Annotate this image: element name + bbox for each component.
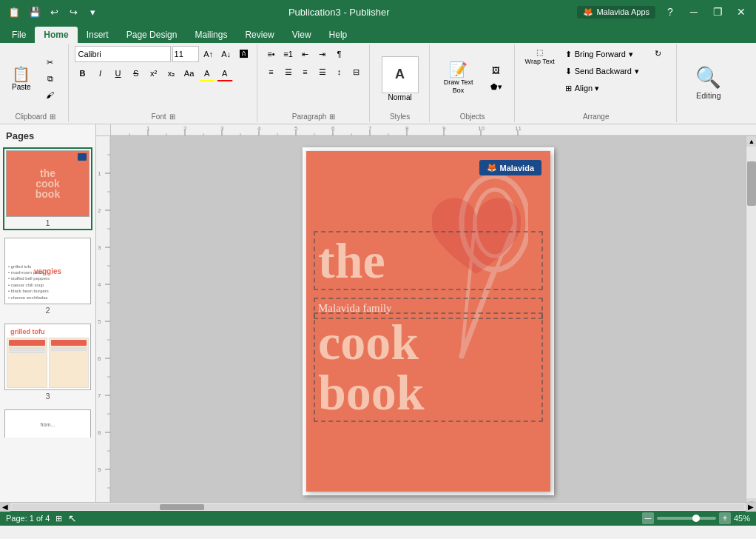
scroll-left-button[interactable]: ◀ bbox=[0, 503, 10, 512]
draw-text-box-button[interactable]: 📝 Draw Text Box bbox=[436, 56, 482, 101]
shapes-button[interactable]: ⬟▾ bbox=[483, 79, 510, 94]
font-grow-button[interactable]: A↑ bbox=[200, 46, 217, 62]
align-center-button[interactable]: ☰ bbox=[280, 64, 297, 80]
font-color-button[interactable]: A bbox=[217, 65, 233, 81]
font-name-input[interactable] bbox=[75, 46, 171, 62]
tab-file[interactable]: File bbox=[3, 27, 35, 43]
align-row: ≡ ☰ ≡ ☰ ↕ ⊟ bbox=[263, 64, 365, 80]
tab-mailings[interactable]: Mailings bbox=[186, 27, 236, 43]
styles-group: A Normal Styles bbox=[371, 44, 430, 122]
tab-home[interactable]: Home bbox=[35, 27, 77, 43]
main-layout: Pages thecookbook 1 veggies • grilled to… bbox=[0, 124, 756, 502]
save-button[interactable]: 💾 bbox=[27, 4, 43, 20]
cut-button[interactable]: ✂ bbox=[37, 55, 64, 70]
rotate-button[interactable]: ↻ bbox=[645, 46, 672, 61]
tab-help[interactable]: Help bbox=[320, 27, 357, 43]
case-button[interactable]: Aa bbox=[181, 65, 198, 81]
superscript-button[interactable]: x² bbox=[146, 65, 162, 81]
indent-more-button[interactable]: ⇥ bbox=[314, 46, 331, 62]
align-right-button[interactable]: ≡ bbox=[297, 64, 314, 80]
page-thumb-3[interactable]: grilled tofu 3 bbox=[3, 322, 92, 402]
format-painter-button[interactable]: 🖌 bbox=[37, 87, 64, 102]
title-bar: 📋 💾 ↩ ↪ ▾ Publication3 - Publisher 🦊 Mal… bbox=[0, 0, 756, 24]
line-spacing-button[interactable]: ↕ bbox=[331, 64, 348, 80]
font-shrink-button[interactable]: A↓ bbox=[218, 46, 234, 62]
copy-button[interactable]: ⧉ bbox=[37, 71, 64, 86]
help-button[interactable]: ? bbox=[661, 3, 679, 21]
the-text-box[interactable]: the bbox=[314, 231, 543, 290]
zoom-in-button[interactable]: + bbox=[719, 512, 731, 524]
page3-col2 bbox=[49, 338, 90, 388]
styles-content: A Normal bbox=[376, 46, 425, 111]
paste-button[interactable]: 📋 Paste bbox=[7, 56, 36, 101]
subscript-button[interactable]: x₂ bbox=[163, 65, 180, 81]
editing-button[interactable]: 🔍 Editing bbox=[683, 62, 735, 103]
page-thumb-1[interactable]: thecookbook 1 bbox=[3, 147, 92, 230]
show-hide-button[interactable]: ¶ bbox=[331, 46, 348, 62]
styles-preview: A bbox=[382, 56, 419, 93]
minimize-button[interactable]: ─ bbox=[685, 3, 703, 21]
scroll-track[interactable] bbox=[746, 147, 756, 498]
hscroll-thumb[interactable] bbox=[160, 504, 204, 510]
page-thumb-4[interactable]: from... bbox=[3, 408, 92, 438]
hscroll-track[interactable] bbox=[12, 504, 744, 510]
zoom-thumb[interactable] bbox=[692, 515, 700, 522]
malavida-badge: 🦊 Malavida Apps bbox=[577, 6, 655, 19]
page-thumbnail-3: grilled tofu bbox=[4, 324, 91, 390]
tab-view[interactable]: View bbox=[283, 27, 320, 43]
cook-text: cook bbox=[318, 317, 539, 367]
layout-icon[interactable]: ⊞ bbox=[55, 514, 62, 523]
bold-button[interactable]: B bbox=[75, 65, 91, 81]
redo-button[interactable]: ↪ bbox=[65, 4, 81, 20]
italic-button[interactable]: I bbox=[92, 65, 109, 81]
strikethrough-button[interactable]: S bbox=[128, 65, 144, 81]
bring-forward-button[interactable]: ⬆ Bring Forward ▾ bbox=[562, 46, 642, 62]
svg-text:8: 8 bbox=[405, 125, 409, 132]
bullets-button[interactable]: ≡• bbox=[263, 46, 280, 62]
scroll-thumb[interactable] bbox=[747, 161, 756, 206]
bring-forward-label: Bring Forward bbox=[575, 50, 626, 58]
document-page[interactable]: 🦊 Malavida the Malavida family bbox=[306, 151, 550, 492]
scroll-up-button[interactable]: ▲ bbox=[746, 136, 756, 147]
scroll-right-button[interactable]: ▶ bbox=[746, 503, 756, 512]
bring-forward-dropdown[interactable]: ▾ bbox=[629, 50, 633, 59]
zoom-out-button[interactable]: ─ bbox=[642, 512, 654, 524]
zoom-slider[interactable] bbox=[657, 517, 716, 520]
font-size-input[interactable] bbox=[172, 46, 199, 62]
maximize-button[interactable]: ❐ bbox=[709, 3, 726, 21]
send-backward-button[interactable]: ⬇ Send Backward ▾ bbox=[562, 63, 642, 79]
align-button[interactable]: ⊞ Align ▾ bbox=[562, 80, 642, 96]
page-info: Page: 1 of 4 bbox=[6, 514, 50, 523]
wrap-text-button[interactable]: ⬚ Wrap Text bbox=[521, 46, 559, 67]
page2-list: • grilled tofu• mushroom pizza• stuffed … bbox=[8, 264, 50, 301]
indent-less-button[interactable]: ⇤ bbox=[297, 46, 314, 62]
tab-insert[interactable]: Insert bbox=[78, 27, 118, 43]
align-justify-button[interactable]: ☰ bbox=[314, 64, 331, 80]
column-button[interactable]: ⊟ bbox=[348, 64, 365, 80]
font-expand-icon[interactable]: ⊞ bbox=[169, 113, 175, 121]
ruler-corner bbox=[96, 124, 111, 136]
picture-button[interactable]: 🖼 bbox=[483, 63, 510, 78]
styles-button[interactable]: A Normal bbox=[376, 53, 425, 104]
scroll-down-button[interactable]: ▼ bbox=[746, 498, 756, 502]
clipboard-expand-icon[interactable]: ⊞ bbox=[50, 113, 55, 121]
doc-area[interactable]: 🦊 Malavida the Malavida family bbox=[111, 136, 746, 502]
close-button[interactable]: ✕ bbox=[732, 3, 750, 21]
clear-format-button[interactable]: 🅰 bbox=[236, 46, 252, 62]
highlight-button[interactable]: A bbox=[199, 65, 215, 81]
tab-page-design[interactable]: Page Design bbox=[118, 27, 186, 43]
numbering-button[interactable]: ≡1 bbox=[280, 46, 297, 62]
page-thumb-2[interactable]: veggies • grilled tofu• mushroom pizza• … bbox=[3, 236, 92, 316]
cookbook-text-box[interactable]: cook book bbox=[314, 312, 543, 422]
editing-group: 🔍 Editing bbox=[678, 44, 739, 122]
customize-quick-access-button[interactable]: ▾ bbox=[84, 4, 101, 20]
undo-button[interactable]: ↩ bbox=[46, 4, 62, 20]
align-left-button[interactable]: ≡ bbox=[263, 64, 280, 80]
malavida-label: Malavida Apps bbox=[596, 7, 649, 16]
underline-button[interactable]: U bbox=[110, 65, 126, 81]
tab-review[interactable]: Review bbox=[236, 27, 283, 43]
format-painter-icon: 🖌 bbox=[46, 90, 54, 99]
page-num-1: 1 bbox=[6, 218, 90, 227]
send-backward-dropdown[interactable]: ▾ bbox=[635, 67, 639, 76]
paragraph-expand-icon[interactable]: ⊞ bbox=[329, 113, 335, 121]
